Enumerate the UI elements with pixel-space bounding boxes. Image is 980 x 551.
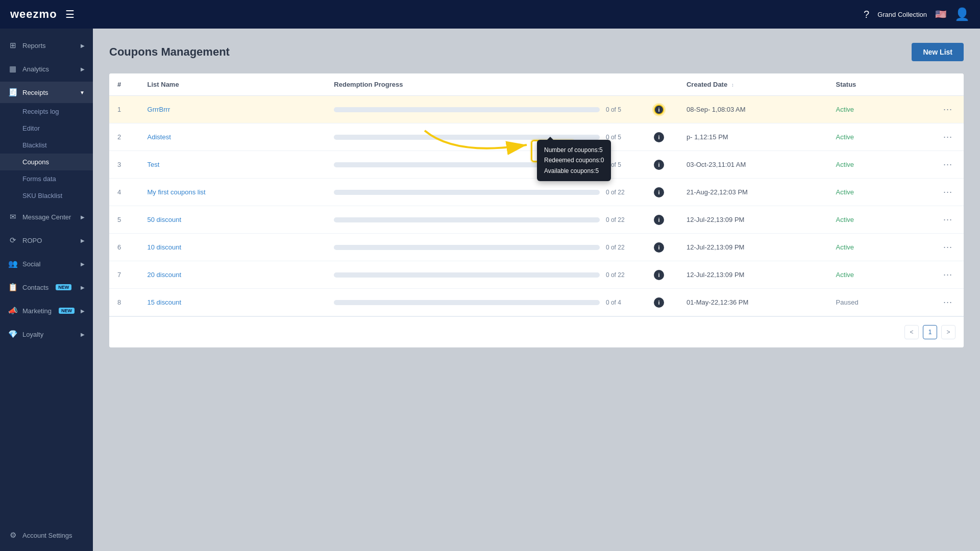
sidebar-item-message-center[interactable]: ✉ Message Center ▶ — [0, 206, 93, 228]
row-status: Active — [828, 261, 918, 289]
sidebar-item-receipts[interactable]: 🧾 Receipts ▼ — [0, 82, 93, 103]
sidebar-item-marketing[interactable]: 📣 Marketing NEW ▶ — [0, 300, 93, 321]
row-progress: 0 of 5 — [326, 96, 640, 123]
sort-icon[interactable]: ↕ — [731, 82, 734, 88]
row-actions: ··· — [917, 234, 964, 261]
status-badge: Active — [836, 161, 854, 168]
row-actions-button[interactable]: ··· — [940, 241, 955, 254]
progress-bar-wrap — [334, 107, 600, 112]
sidebar-item-ropo-label: ROPO — [22, 237, 42, 244]
sidebar-item-analytics[interactable]: ▦ Analytics ▶ — [0, 58, 93, 80]
sidebar-item-receipts-label: Receipts — [22, 89, 48, 96]
sidebar-item-account-settings-label: Account Settings — [22, 532, 72, 539]
coupons-table-container: # List Name Redemption Progress Created … — [109, 73, 964, 347]
pagination-next[interactable]: > — [941, 325, 955, 339]
row-actions-button[interactable]: ··· — [940, 213, 955, 226]
row-name-link[interactable]: 15 discount — [148, 298, 182, 306]
row-date: 12-Jul-22,13:09 PM — [678, 234, 828, 261]
sidebar-item-sku-blacklist[interactable]: SKU Blacklist — [0, 187, 93, 204]
row-name-link[interactable]: 20 discount — [148, 271, 182, 279]
contacts-arrow: ▶ — [81, 285, 85, 290]
row-actions-button[interactable]: ··· — [940, 186, 955, 198]
progress-text: 0 of 22 — [606, 244, 631, 251]
table-row: 5 50 discount 0 of 22 i — [109, 206, 964, 234]
info-icon[interactable]: i — [654, 105, 664, 115]
user-icon[interactable]: 👤 — [954, 7, 970, 21]
row-date: 08-Sep- 1,08:03 AM — [678, 96, 828, 123]
receipts-arrow: ▼ — [80, 90, 85, 95]
table-row: 1 GrrrBrrr 0 of 5 i — [109, 96, 964, 123]
row-name-link[interactable]: GrrrBrrr — [148, 106, 170, 113]
sidebar-item-blacklist[interactable]: Blacklist — [0, 137, 93, 154]
sidebar-ropo: ⟳ ROPO ▶ — [0, 230, 93, 251]
language-flag[interactable]: 🇺🇸 — [935, 9, 946, 20]
row-actions: ··· — [917, 123, 964, 151]
progress-text: 0 of 22 — [606, 271, 631, 279]
table-row: 7 20 discount 0 of 22 i — [109, 261, 964, 289]
account-settings-icon: ⚙ — [8, 531, 17, 540]
info-icon[interactable]: i — [654, 132, 664, 142]
info-icon[interactable]: i — [654, 187, 664, 197]
sidebar-item-ropo[interactable]: ⟳ ROPO ▶ — [0, 230, 93, 251]
sidebar-item-forms-data[interactable]: Forms data — [0, 170, 93, 187]
table-row: 8 15 discount 0 of 4 i — [109, 289, 964, 316]
pagination-current[interactable]: 1 — [923, 325, 937, 339]
row-actions-button[interactable]: ··· — [940, 131, 955, 143]
table-body: 1 GrrrBrrr 0 of 5 i — [109, 96, 964, 316]
row-name-link[interactable]: Adistest — [148, 133, 171, 141]
marketing-icon: 📣 — [8, 306, 17, 315]
row-num: 8 — [109, 289, 139, 316]
row-name: GrrrBrrr — [139, 96, 326, 123]
info-icon[interactable]: i — [654, 160, 664, 170]
sidebar-marketing: 📣 Marketing NEW ▶ — [0, 300, 93, 321]
sidebar-item-contacts[interactable]: 📋 Contacts NEW ▶ — [0, 277, 93, 298]
sidebar-bottom: ⚙ Account Settings — [0, 524, 93, 546]
row-status: Active — [828, 151, 918, 179]
pagination-prev[interactable]: < — [904, 325, 919, 339]
sidebar-item-account-settings[interactable]: ⚙ Account Settings — [0, 524, 93, 546]
store-name: Grand Collection — [877, 11, 927, 18]
info-icon[interactable]: i — [654, 270, 664, 280]
row-name-link[interactable]: My first coupons list — [148, 188, 206, 196]
sidebar-item-reports[interactable]: ⊞ Reports ▶ — [0, 35, 93, 56]
row-actions: ··· — [917, 96, 964, 123]
nav-left: weezmo ☰ — [10, 8, 75, 21]
row-name-link[interactable]: 50 discount — [148, 216, 182, 223]
sidebar-social: 👥 Social ▶ — [0, 253, 93, 274]
sidebar-item-receipts-log[interactable]: Receipts log — [0, 103, 93, 120]
row-info: i — [640, 206, 678, 234]
status-badge: Active — [836, 216, 854, 223]
progress-bar-wrap — [334, 272, 600, 278]
row-name-link[interactable]: Test — [148, 161, 160, 168]
analytics-arrow: ▶ — [81, 66, 85, 72]
sidebar-receipts: 🧾 Receipts ▼ Receipts log Editor Blackli… — [0, 82, 93, 204]
top-navigation: weezmo ☰ ? Grand Collection 🇺🇸 👤 — [0, 0, 980, 29]
sidebar-item-social[interactable]: 👥 Social ▶ — [0, 253, 93, 274]
row-status: Active — [828, 123, 918, 151]
row-actions: ··· — [917, 151, 964, 179]
sidebar-item-editor[interactable]: Editor — [0, 120, 93, 137]
sidebar-item-loyalty[interactable]: 💎 Loyalty ▶ — [0, 323, 93, 345]
col-header-status: Status — [828, 73, 918, 96]
row-num: 5 — [109, 206, 139, 234]
row-actions-button[interactable]: ··· — [940, 103, 955, 116]
sidebar-item-coupons[interactable]: Coupons — [0, 154, 93, 170]
row-actions-button[interactable]: ··· — [940, 296, 955, 309]
info-icon[interactable]: i — [654, 297, 664, 308]
hamburger-icon[interactable]: ☰ — [65, 8, 75, 20]
row-name-link[interactable]: 10 discount — [148, 243, 182, 251]
help-icon[interactable]: ? — [864, 9, 869, 20]
row-name: My first coupons list — [139, 179, 326, 206]
row-actions-button[interactable]: ··· — [940, 268, 955, 281]
table-row: 2 Adistest 0 of 5 i — [109, 123, 964, 151]
info-icon[interactable]: i — [654, 215, 664, 225]
analytics-icon: ▦ — [8, 64, 17, 73]
table-header: # List Name Redemption Progress Created … — [109, 73, 964, 96]
row-name: 10 discount — [139, 234, 326, 261]
new-list-button[interactable]: New List — [912, 43, 964, 61]
row-progress: 0 of 22 — [326, 234, 640, 261]
row-actions-button[interactable]: ··· — [940, 158, 955, 171]
info-icon[interactable]: i — [654, 242, 664, 253]
col-header-name: List Name — [139, 73, 326, 96]
sidebar-reports: ⊞ Reports ▶ — [0, 35, 93, 56]
